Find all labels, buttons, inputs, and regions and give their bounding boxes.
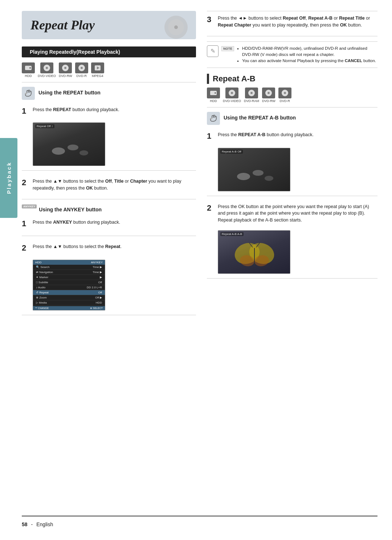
svg-point-6 <box>46 67 48 69</box>
device-icon-ab-dvdvideo: DVD-VIDEO <box>223 88 241 103</box>
menu-row-subtitle-value: Off <box>98 281 102 284</box>
anykey-step1: 1 Press the ANYKEY button during playbac… <box>22 216 196 231</box>
device-icons-row: HDD DVD-VIDEO DVD-RW DVD-R <box>22 62 196 78</box>
menu-row-media-value: HDD <box>96 301 102 304</box>
menu-row-marker: ✦ Marker ▶ <box>33 275 105 280</box>
menu-row-search-value: Time ▶ <box>93 265 102 269</box>
menu-row-media: ▷ Media HDD <box>33 300 105 305</box>
dvdr-label: DVD-R <box>77 74 87 78</box>
ab-subsection-title: Using the REPEAT A-B button <box>224 112 296 121</box>
menu-row-zoom-value: Off ▶ <box>95 296 102 299</box>
ab-screen-2: Repeat A-B A-B <box>218 230 290 274</box>
dvdrw-label: DVD-RW <box>59 74 72 78</box>
subsection1-title: Using the REPEAT button <box>38 87 101 96</box>
ab-step1-number: 1 <box>207 131 218 141</box>
menu-row-nav-value: Time ▶ <box>93 271 102 274</box>
section1-heading-text: Playing Repeatedly(Repeat Playback) <box>24 46 196 57</box>
hdd-label: HDD <box>25 74 32 78</box>
device-icon-hdd: HDD <box>22 62 35 78</box>
left-column: Repeat Play Playing Repeatedly(Repeat Pl… <box>22 11 196 320</box>
device-icon-dvdvideo: DVD-VIDEO <box>38 62 56 78</box>
device-icons-ab-row: HDD DVD-VIDEO DVD-RAM DVD-RW <box>207 88 377 103</box>
footer-page-number: 58 <box>22 521 28 527</box>
page-footer: 58 - English <box>22 516 377 529</box>
ab-dvdvideo-label: DVD-VIDEO <box>223 99 241 103</box>
svg-point-4 <box>29 67 31 69</box>
divider-bottom-left <box>22 315 196 315</box>
menu-header-right: ANYKEY <box>91 261 103 264</box>
device-icon-mpeg4: MPEG4 <box>91 62 104 78</box>
hand-icon-1 <box>24 89 33 98</box>
anykey-subsection-title: Using the ANYKEY button <box>39 204 102 212</box>
menu-row-repeat-value: Off <box>98 291 102 294</box>
divider-ab-2 <box>207 196 377 196</box>
device-icon-dvdrw: DVD-RW <box>59 62 72 78</box>
menu-row-audio-label: ♪ Audio <box>36 286 45 289</box>
divider-ab-1 <box>207 107 377 107</box>
menu-row-subtitle-label: □ Subtitle <box>36 281 48 284</box>
note-text: HDD/DVD-RAM/-RW(VR mode), unfinalised DV… <box>237 45 377 64</box>
anykey-step2-text: Press the ▲▼ buttons to select the Repea… <box>33 243 196 250</box>
svg-point-10 <box>81 67 83 69</box>
menu-row-nav-label: ⇌ Navigation <box>36 271 53 274</box>
ab-step2: 2 Press the OK button at the point where… <box>207 200 377 227</box>
disc-decoration <box>163 15 189 39</box>
sidebar-label: Playback <box>6 162 12 194</box>
menu-footer-right: ⊕ SELECT <box>90 307 103 310</box>
ab-subsection: Using the REPEAT A-B button <box>207 112 377 125</box>
mpeg4-icon-img <box>91 62 104 73</box>
divider-ab-bottom <box>207 278 377 279</box>
ab-dvdrw-icon <box>262 88 275 98</box>
menu-row-zoom: ⊕ Zoom Off ▶ <box>33 295 105 300</box>
anykey-badge: ANYKEY <box>22 204 37 208</box>
step1: 1 Press the REPEAT button during playbac… <box>22 103 196 119</box>
step1-text: Press the REPEAT button during playback. <box>33 106 196 113</box>
step3-text: Press the ◄► buttons to select Repeat Of… <box>218 15 377 29</box>
menu-row-repeat-label: ↺ Repeat <box>36 291 49 294</box>
ab-screen-1: Repeat A-B Off <box>218 148 290 191</box>
svg-point-21 <box>268 92 270 94</box>
hand-icon-box-1 <box>22 87 35 100</box>
ab-step1: 1 Press the REPEAT A-B button during pla… <box>207 129 377 144</box>
menu-row-subtitle: □ Subtitle Off <box>33 280 105 285</box>
anykey-step1-number: 1 <box>22 219 33 228</box>
ab-dvdr-label: DVD-R <box>280 99 290 103</box>
step2: 2 Press the ▲▼ buttons to select the Off… <box>22 175 196 195</box>
ab-dvdvideo-icon <box>225 88 238 98</box>
menu-row-marker-label: ✦ Marker <box>36 276 48 279</box>
right-column: 3 Press the ◄► buttons to select Repeat … <box>207 11 377 283</box>
footer-separator: - <box>31 521 33 527</box>
ab-hdd-label: HDD <box>210 99 217 103</box>
device-icon-ab-dvdr: DVD-R <box>278 88 291 103</box>
section-ab-bar <box>207 74 209 84</box>
ab-screen-birds-1 <box>218 148 290 191</box>
ab-screen-label-1: Repeat A-B Off <box>220 150 243 154</box>
menu-row-marker-value: ▶ <box>100 276 102 279</box>
menu-screen-header: HDD ANYKEY <box>33 260 105 265</box>
step3-container: 3 Press the ◄► buttons to select Repeat … <box>207 11 377 36</box>
ab-dvdr-icon <box>278 88 291 98</box>
menu-row-repeat: ↺ Repeat Off <box>33 290 105 295</box>
svg-point-15 <box>215 92 216 94</box>
step2-number: 2 <box>22 178 33 187</box>
ab-dvdrw-label: DVD-RW <box>262 99 275 103</box>
dvdrw-icon-img <box>59 62 72 73</box>
menu-footer-left: ** CHANGE <box>35 307 49 310</box>
device-icon-ab-hdd: HDD <box>207 88 220 103</box>
ab-dvdram-icon <box>245 88 258 98</box>
ab-hdd-icon <box>207 88 220 98</box>
page-container: Playback Repeat Play Playing Repeatedly(… <box>0 0 392 540</box>
menu-row-audio: ♪ Audio DD 2.0 L+R <box>33 285 105 290</box>
butterfly-svg <box>229 241 280 270</box>
anykey-step2: 2 Press the ▲▼ buttons to select the Rep… <box>22 240 196 256</box>
dvdvideo-label: DVD-VIDEO <box>38 74 56 78</box>
device-icon-ab-dvdrw: DVD-RW <box>262 88 275 103</box>
screen-label-1: Repeat Off ↕ <box>35 124 54 128</box>
divider-3 <box>22 199 196 199</box>
section1-heading-bar: Playing Repeatedly(Repeat Playback) <box>22 46 196 57</box>
ab-step2-text: Press the OK button at the point where y… <box>218 203 377 224</box>
note-label: NOTE <box>221 46 234 51</box>
svg-point-23 <box>284 92 286 94</box>
section-ab-title: Repeat A-B <box>213 74 256 84</box>
menu-row-zoom-label: ⊕ Zoom <box>36 296 47 299</box>
